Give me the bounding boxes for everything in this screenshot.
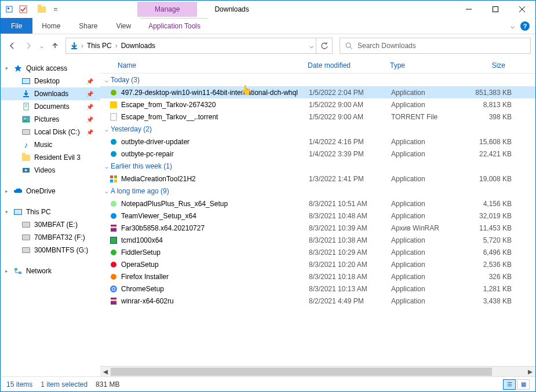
file-row[interactable]: outbyte-pc-repair1/4/2022 3:39 PMApplica… xyxy=(100,148,535,160)
group-header[interactable]: ⌵A long time ago (9) xyxy=(100,185,535,197)
column-size[interactable]: Size xyxy=(455,61,510,69)
maximize-button[interactable] xyxy=(482,1,509,18)
file-row[interactable]: Escape_from_Tarkov__,.torrent1/5/2022 9:… xyxy=(100,111,535,123)
file-row[interactable]: NotepadPlusPlus_Rus_x64_Setup8/3/2021 10… xyxy=(100,197,535,210)
tab-view[interactable]: View xyxy=(107,18,140,34)
file-type: Application xyxy=(391,175,461,183)
file-row[interactable]: ChromeSetup8/3/2021 10:13 AMApplication1… xyxy=(100,283,535,295)
nav-item[interactable]: Videos xyxy=(1,164,100,177)
chevron-right-icon[interactable]: › xyxy=(81,42,83,50)
file-name: 497.29-desktop-win10-win11-64bit-interna… xyxy=(121,89,309,97)
thumbnails-view-button[interactable]: ▦ xyxy=(517,379,530,390)
close-button[interactable] xyxy=(509,1,535,18)
file-type: Application xyxy=(391,285,461,293)
nav-quick-access[interactable]: ▾Quick access xyxy=(1,62,100,75)
nav-thispc[interactable]: ▾This PC xyxy=(1,206,100,218)
column-type[interactable]: Type xyxy=(385,61,455,69)
nav-item[interactable]: Pictures📌 xyxy=(1,113,100,126)
nav-drive[interactable]: 70MBFAT32 (F:) xyxy=(1,231,100,244)
tab-application-tools[interactable]: Application Tools xyxy=(140,18,209,34)
file-type: Application xyxy=(391,248,461,257)
refresh-button[interactable] xyxy=(316,38,333,54)
svg-rect-22 xyxy=(110,179,113,182)
file-icon xyxy=(108,224,119,232)
file-row[interactable]: tcmd1000x648/3/2021 10:38 AMApplication5… xyxy=(100,234,535,246)
back-button[interactable] xyxy=(5,39,19,53)
file-size: 15,608 KB xyxy=(461,138,512,146)
details-view-button[interactable]: ☰ xyxy=(503,379,516,390)
file-row[interactable]: FiddlerSetup8/3/2021 10:29 AMApplication… xyxy=(100,246,535,258)
file-name: MediaCreationTool21H2 xyxy=(121,175,309,183)
help-icon[interactable]: ? xyxy=(520,21,530,31)
address-bar[interactable]: › This PC › Downloads ⌵ xyxy=(65,38,316,54)
nav-network[interactable]: ▸Network xyxy=(1,265,100,277)
column-headers[interactable]: Name Date modified Type Size xyxy=(100,57,535,74)
file-row[interactable]: MediaCreationTool21H21/3/2022 1:41 PMApp… xyxy=(100,173,535,185)
tab-home[interactable]: Home xyxy=(32,18,70,34)
nav-onedrive[interactable]: ▸OneDrive xyxy=(1,185,100,197)
file-list[interactable]: ⌵Today (3)497.29-desktop-win10-win11-64b… xyxy=(100,74,535,366)
file-name: Firefox Installer xyxy=(121,273,309,281)
file-icon xyxy=(108,297,119,305)
nav-item[interactable]: ♪Music xyxy=(1,138,100,151)
group-header[interactable]: ⌵Earlier this week (1) xyxy=(100,160,535,173)
file-size: 3,438 KB xyxy=(461,297,512,305)
ribbon-expand-icon[interactable]: ⌵ xyxy=(511,22,515,30)
qat-checkbox-icon[interactable] xyxy=(17,3,30,16)
recent-locations-icon[interactable]: ⌵ xyxy=(38,39,46,53)
status-selection: 1 item selected xyxy=(41,380,87,389)
file-row[interactable]: Escape_from_Tarkov-26743201/5/2022 9:00 … xyxy=(100,98,535,111)
chevron-down-icon: ⌵ xyxy=(105,126,108,133)
column-name[interactable]: Name xyxy=(100,61,303,69)
nav-drive[interactable]: 30MBFAT (E:) xyxy=(1,218,100,231)
nav-item[interactable]: Documents📌 xyxy=(1,100,100,113)
pin-icon: 📌 xyxy=(86,116,93,123)
file-date: 1/4/2022 3:39 PM xyxy=(309,150,391,158)
file-row[interactable]: Far30b5858.x64.202107278/3/2021 10:39 AM… xyxy=(100,222,535,234)
file-row[interactable]: 497.29-desktop-win10-win11-64bit-interna… xyxy=(100,86,535,98)
minimize-button[interactable] xyxy=(455,1,482,18)
file-row[interactable]: OperaSetup8/3/2021 10:20 AMApplication2,… xyxy=(100,258,535,270)
column-date[interactable]: Date modified xyxy=(303,61,385,69)
file-date: 8/3/2021 10:48 AM xyxy=(309,212,391,220)
up-button[interactable] xyxy=(48,39,62,53)
breadcrumb-downloads[interactable]: Downloads xyxy=(119,42,158,50)
navigation-pane[interactable]: ▾Quick accessDesktop📌Downloads📌Documents… xyxy=(1,57,100,376)
file-row[interactable]: winrar-x64-602ru8/2/2021 4:49 PMApplicat… xyxy=(100,295,535,307)
file-row[interactable]: outbyte-driver-updater1/4/2022 4:16 PMAp… xyxy=(100,135,535,148)
manage-contextual-tab[interactable]: Manage xyxy=(137,2,197,17)
breadcrumb-thispc[interactable]: This PC xyxy=(85,42,114,50)
qat-properties-icon[interactable] xyxy=(3,3,16,16)
nav-item[interactable]: Downloads📌 xyxy=(1,87,100,100)
file-type: TORRENT File xyxy=(391,113,461,121)
tab-share[interactable]: Share xyxy=(70,18,107,34)
file-size: 326 KB xyxy=(461,273,512,281)
nav-drive[interactable]: 300MBNTFS (G:) xyxy=(1,244,100,257)
nav-item[interactable]: Local Disk (C:)📌 xyxy=(1,126,100,138)
forward-button[interactable] xyxy=(21,39,35,53)
search-input[interactable]: Search Downloads xyxy=(340,38,531,54)
chevron-right-icon[interactable]: › xyxy=(115,42,118,50)
qat-customize-icon[interactable]: = xyxy=(49,3,62,16)
file-type: Application xyxy=(391,150,461,158)
file-date: 1/5/2022 9:00 AM xyxy=(309,101,391,109)
svg-rect-20 xyxy=(110,175,113,178)
group-header[interactable]: ⌵Today (3) xyxy=(100,74,535,86)
group-header[interactable]: ⌵Yesterday (2) xyxy=(100,123,535,135)
horizontal-scrollbar[interactable]: ◂ ▸ xyxy=(100,366,535,376)
file-name: NotepadPlusPlus_Rus_x64_Setup xyxy=(121,200,309,208)
address-dropdown-icon[interactable]: ⌵ xyxy=(309,42,313,50)
file-row[interactable]: Firefox Installer8/3/2021 10:18 AMApplic… xyxy=(100,270,535,283)
file-tab[interactable]: File xyxy=(1,18,32,34)
file-date: 8/3/2021 10:13 AM xyxy=(309,285,391,293)
svg-rect-19 xyxy=(111,113,116,120)
qat-folder-icon[interactable] xyxy=(35,3,48,16)
file-row[interactable]: TeamViewer_Setup_x648/3/2021 10:48 AMApp… xyxy=(100,210,535,222)
file-size: 22,421 KB xyxy=(461,150,512,158)
nav-item[interactable]: Desktop📌 xyxy=(1,75,100,87)
scroll-thumb[interactable] xyxy=(111,368,492,376)
scroll-right-icon[interactable]: ▸ xyxy=(525,366,535,376)
nav-item[interactable]: Resident Evil 3 xyxy=(1,151,100,164)
file-size: 4,156 KB xyxy=(461,200,512,208)
scroll-left-icon[interactable]: ◂ xyxy=(100,366,111,376)
